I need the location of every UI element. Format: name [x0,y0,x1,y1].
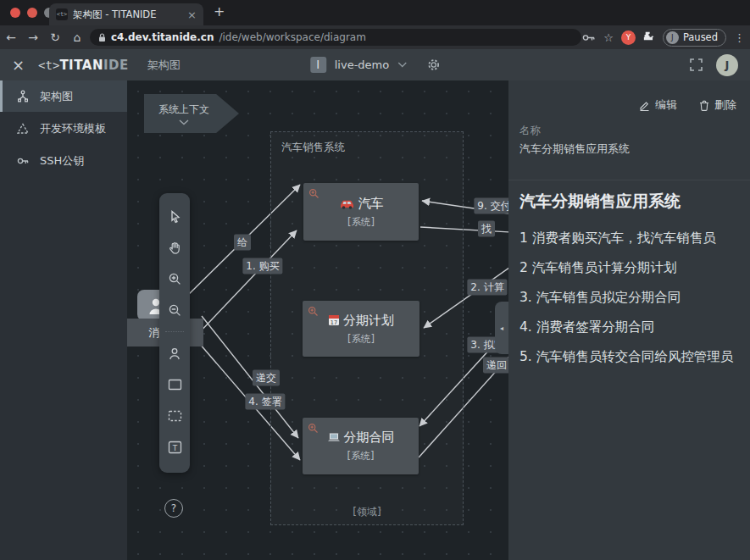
bookmark-star-icon[interactable]: ☆ [603,31,614,44]
user-avatar[interactable]: J [716,54,738,76]
address-bar[interactable]: c4.dev.titanide.cn /ide/web/workspace/di… [90,29,581,46]
zoom-out-tool-button[interactable] [164,298,186,322]
edge-label[interactable]: 1. 购买 [242,258,282,274]
url-domain: c4.dev.titanide.cn [111,31,214,43]
description-step: 1 消费者购买汽车，找汽车销售员 [519,229,738,247]
home-icon[interactable]: ⌂ [66,30,88,44]
sidebar-item-label: 开发环境模板 [40,121,106,136]
node-car[interactable]: 汽车 [系统] [303,183,419,241]
description-title: 汽车分期销售应用系统 [519,191,738,213]
extensions-puzzle-icon[interactable] [643,31,655,43]
browser-window: <t> 架构图 - TITANIDE × + ← → ↻ ⌂ c4.dev.ti… [0,0,750,560]
new-tab-button[interactable]: + [214,3,225,19]
profile-avatar: J [666,31,679,44]
svg-text:T: T [171,444,177,452]
app-header-right: J [690,54,738,76]
name-field-value: 汽车分期销售应用系统 [519,141,630,157]
tab-title: 架构图 - TITANIDE [73,8,182,21]
laptop-icon [327,432,341,443]
edge-label[interactable]: 9. 交付 [474,198,508,214]
minimize-window-button[interactable] [27,8,37,18]
lock-icon [98,33,106,42]
logo-prefix: <t> [38,58,59,72]
select-tool-button[interactable] [164,204,186,228]
chevron-down-icon[interactable] [179,119,189,125]
context-tag-label: 系统上下文 [158,103,225,117]
browser-menu-icon[interactable]: ⋮ [734,31,745,44]
forward-icon[interactable]: → [22,30,44,44]
tab-close-icon[interactable]: × [187,8,197,21]
app-header: × <t> TITAN IDE 架构图 l live-demo J [0,49,750,80]
edge-label[interactable]: 递交 [253,370,280,386]
delete-button[interactable]: 删除 [699,97,736,113]
password-key-icon[interactable] [582,34,596,42]
template-icon [16,122,30,136]
browser-toolbar: ← → ↻ ⌂ c4.dev.titanide.cn /ide/web/work… [0,25,750,49]
description-step: 3. 汽车销售员拟定分期合同 [519,288,738,307]
description-step: 4. 消费者签署分期合同 [519,318,738,336]
app-logo: <t> TITAN IDE [38,58,129,73]
profile-chip[interactable]: J Paused [663,29,726,47]
edge-label[interactable]: 2. 计算 [467,280,507,296]
node-installment-contract[interactable]: 分期合同 [系统] [303,418,419,474]
toolbar-right: ☆ Y J Paused ⋮ [582,29,745,47]
node-installment-plan[interactable]: 17 分期计划 [系统] [303,301,419,357]
diagram-canvas[interactable]: 系统上下文 汽车销售系统 [领域] 消费者 汽车 [系统] [127,80,508,560]
svg-text:17: 17 [331,319,337,326]
node-title: 分期合同 [344,430,395,446]
sidebar-item-dev-template[interactable]: 开发环境模板 [0,113,127,144]
context-level-tag[interactable]: 系统上下文 [144,94,239,133]
edge-label[interactable]: 递回 [483,358,508,374]
edit-button-label: 编辑 [655,97,677,113]
palette-divider [165,331,184,332]
add-person-tool-button[interactable] [164,341,186,365]
description-step: 2 汽车销售员计算分期计划 [519,258,738,277]
logo-strong: TITAN [59,58,103,73]
edit-button[interactable]: 编辑 [639,97,677,113]
back-icon[interactable]: ← [0,30,22,44]
add-text-tool-button[interactable]: T [164,435,186,459]
edge-label[interactable]: 找 [478,221,495,237]
workspace-selector[interactable]: l live-demo [310,57,440,73]
browser-tab[interactable]: <t> 架构图 - TITANIDE × [49,3,203,25]
workspace-badge: l [310,57,326,73]
node-subtitle: [系统] [347,450,375,463]
node-subtitle: [系统] [347,216,375,229]
fullscreen-icon[interactable] [690,58,703,71]
add-box-tool-button[interactable] [164,373,186,396]
zoom-in-icon[interactable] [308,306,319,317]
sidebar-item-label: SSH公钥 [40,153,84,169]
logo-light: IDE [103,58,129,73]
main-layout: 架构图 开发环境模板 SSH公钥 [0,80,750,560]
description-section: 汽车分期销售应用系统 1 消费者购买汽车，找汽车销售员 2 汽车销售员计算分期计… [519,191,738,377]
edge-label[interactable]: 给 [234,235,251,251]
gear-icon[interactable] [427,58,440,71]
car-icon [339,198,355,209]
pan-hand-tool-button[interactable] [164,236,186,259]
add-boundary-tool-button[interactable] [164,404,186,428]
app-close-icon[interactable]: × [12,58,25,73]
reload-icon[interactable]: ↻ [44,30,66,44]
name-field-label: 名称 [519,124,541,138]
extension-badge-icon[interactable]: Y [621,30,636,45]
help-button[interactable]: ? [164,499,183,518]
close-window-button[interactable] [10,8,20,18]
panel-collapse-handle[interactable]: ◂ [495,302,508,354]
zoom-in-icon[interactable] [308,188,319,199]
node-title: 汽车 [358,196,384,212]
zoom-in-icon[interactable] [308,423,319,434]
page-title: 架构图 [147,58,181,73]
node-subtitle: [系统] [347,333,375,346]
panel-actions: 编辑 删除 [639,97,736,113]
tab-favicon: <t> [56,8,68,20]
sidebar-item-ssh-key[interactable]: SSH公钥 [0,145,127,176]
sidebar-item-diagram[interactable]: 架构图 [0,80,127,112]
sidebar-item-label: 架构图 [40,89,73,104]
boundary-title: 汽车销售系统 [281,141,345,155]
zoom-in-tool-button[interactable] [164,267,186,291]
calendar-icon: 17 [328,314,340,326]
node-title: 分期计划 [343,313,394,329]
url-path: /ide/web/workspace/diagram [219,31,365,43]
chevron-down-icon[interactable] [397,62,407,68]
edge-label[interactable]: 4. 签署 [245,394,285,410]
